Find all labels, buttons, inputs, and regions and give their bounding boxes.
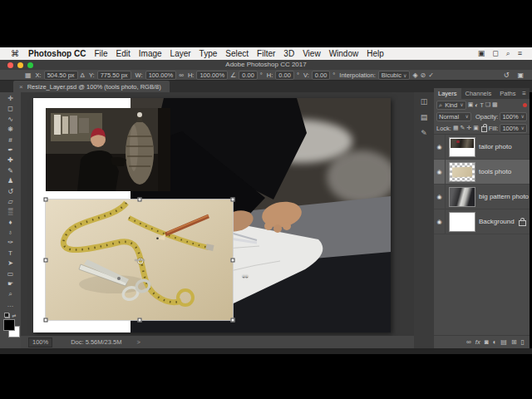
menu-file[interactable]: File: [94, 49, 107, 58]
apple-menu-icon[interactable]: ⌘: [11, 49, 19, 58]
y-position-field[interactable]: 775.50 px: [97, 71, 131, 80]
filter-type-layers-icon[interactable]: T: [480, 102, 483, 108]
transform-bounding-box[interactable]: [45, 199, 234, 321]
opacity-dropdown[interactable]: 100% ∨: [500, 112, 527, 121]
gradient-tool[interactable]: ▒: [0, 207, 21, 217]
path-selection-tool[interactable]: ➤: [0, 259, 21, 268]
panel-menu-icon[interactable]: ≡: [522, 90, 530, 97]
interpolation-dropdown[interactable]: Bicubic ∨: [378, 71, 411, 80]
visibility-eye-icon[interactable]: ◉: [434, 185, 446, 209]
lasso-tool[interactable]: ∿: [0, 115, 21, 125]
layer-row-tools-photo[interactable]: ◉ tools photo: [434, 160, 530, 185]
menu-help[interactable]: Help: [367, 49, 384, 58]
filter-smart-objects-icon[interactable]: ▩: [492, 101, 498, 108]
brush-tool[interactable]: ✎: [0, 166, 21, 176]
transform-handle-top-right[interactable]: [231, 198, 235, 202]
workspace-icon[interactable]: ▣: [517, 71, 524, 79]
menu-type[interactable]: Type: [200, 49, 218, 58]
menu-window[interactable]: Window: [329, 49, 359, 58]
status-options-chevron[interactable]: >: [136, 338, 140, 346]
link-dimensions-icon[interactable]: ∞: [179, 71, 184, 79]
reference-point-icon[interactable]: ▦: [25, 71, 32, 79]
document-tab[interactable]: × Resize_Layer.psd @ 100% (tools photo, …: [13, 81, 170, 92]
close-tab-icon[interactable]: ×: [19, 83, 23, 91]
menu-select[interactable]: Select: [225, 49, 249, 58]
document-size-info[interactable]: Doc: 5.56M/23.5M: [71, 338, 121, 346]
transform-handle-bottom-right[interactable]: [231, 318, 235, 323]
minimize-window-button[interactable]: [17, 62, 23, 68]
link-layers-icon[interactable]: ∞: [466, 338, 471, 346]
layer-row-tailor-photo[interactable]: ◉ tailor photo: [434, 135, 530, 160]
menu-layer[interactable]: Layer: [170, 49, 191, 58]
transform-handle-bottom-center[interactable]: [137, 318, 141, 323]
foreground-color-swatch[interactable]: [3, 319, 15, 331]
menu-3d[interactable]: 3D: [283, 49, 294, 58]
document-canvas[interactable]: ↔: [33, 98, 391, 332]
lock-all-icon[interactable]: [481, 126, 487, 132]
vskew-field[interactable]: 0.00: [312, 71, 331, 80]
lock-pixels-icon[interactable]: ✎: [461, 125, 466, 131]
edit-toolbar-button[interactable]: …: [0, 300, 21, 310]
menu-image[interactable]: Image: [139, 49, 162, 58]
transform-handle-middle-left[interactable]: [44, 258, 48, 262]
quick-selection-tool[interactable]: ❋: [0, 125, 21, 135]
tab-paths[interactable]: Paths: [495, 88, 520, 99]
add-layer-mask-icon[interactable]: ◙: [485, 338, 489, 346]
commit-transform-icon[interactable]: ✓: [428, 71, 434, 79]
transform-reference-point[interactable]: [135, 255, 144, 264]
default-colors-icon[interactable]: [4, 313, 10, 318]
delete-layer-icon[interactable]: ▯: [521, 338, 525, 346]
blend-mode-dropdown[interactable]: Normal ∨: [436, 112, 471, 121]
layer-thumbnail[interactable]: [449, 212, 475, 232]
hand-tool[interactable]: ☛: [0, 279, 21, 289]
filter-shape-layers-icon[interactable]: ❏: [485, 101, 490, 108]
filter-adjustment-layers-icon[interactable]: ◐: [475, 102, 478, 108]
layer-row-big-pattern-photo[interactable]: ◉ big pattern photo: [434, 185, 530, 209]
transform-handle-top-left[interactable]: [44, 198, 48, 202]
type-tool[interactable]: T: [0, 249, 21, 259]
lock-transparency-icon[interactable]: ▦: [453, 125, 459, 131]
lock-position-icon[interactable]: ✛: [466, 125, 471, 131]
menu-edit[interactable]: Edit: [116, 49, 131, 58]
new-layer-icon[interactable]: ⊞: [511, 338, 517, 346]
canvas-area[interactable]: ↔: [21, 92, 414, 336]
blur-tool[interactable]: ♦: [0, 218, 21, 228]
menu-filter[interactable]: Filter: [257, 49, 275, 58]
rectangle-tool[interactable]: ▭: [0, 269, 21, 279]
hskew-field[interactable]: 0.00: [275, 71, 294, 80]
transform-handle-top-center[interactable]: [137, 198, 141, 202]
layer-thumbnail[interactable]: [449, 187, 475, 207]
visibility-eye-icon[interactable]: ◉: [434, 135, 446, 159]
eraser-tool[interactable]: ▱: [0, 197, 21, 207]
eyedropper-tool[interactable]: ✒: [0, 145, 21, 155]
layer-thumbnail[interactable]: [449, 162, 475, 182]
filter-toggle-icon[interactable]: [523, 103, 527, 107]
x-position-field[interactable]: 504.50 px: [44, 71, 78, 80]
rotation-field[interactable]: 0.00: [239, 71, 258, 80]
lock-artboard-icon[interactable]: ▣: [473, 125, 479, 131]
fill-dropdown[interactable]: 100% ∨: [500, 124, 527, 133]
zoom-tool[interactable]: ⌕: [0, 289, 21, 299]
tailor-photo-image[interactable]: [46, 108, 170, 191]
screen-mirror-icon[interactable]: ▣: [478, 49, 485, 58]
width-field[interactable]: 100.00%: [145, 71, 177, 80]
delta-icon[interactable]: Δ: [81, 71, 85, 79]
crop-tool[interactable]: #: [0, 135, 21, 145]
swap-colors-icon[interactable]: ⇄: [12, 313, 16, 318]
collapsed-panel-properties-icon[interactable]: ▤: [421, 113, 428, 121]
history-icon[interactable]: ↺: [504, 71, 510, 79]
history-brush-tool[interactable]: ↺: [0, 187, 21, 197]
app-menu[interactable]: Photoshop CC: [28, 49, 86, 58]
height-field[interactable]: 100.00%: [196, 71, 228, 80]
zoom-level-field[interactable]: 100%: [28, 337, 52, 347]
dodge-tool[interactable]: ♁: [0, 228, 21, 238]
healing-brush-tool[interactable]: ✚: [0, 155, 21, 165]
collapsed-panel-libraries-icon[interactable]: ✎: [421, 129, 427, 137]
visibility-eye-icon[interactable]: ◉: [434, 209, 446, 234]
display-icon[interactable]: ◻: [492, 49, 498, 58]
tab-layers[interactable]: Layers: [434, 88, 461, 99]
clone-stamp-tool[interactable]: ♟: [0, 176, 21, 186]
close-window-button[interactable]: [7, 62, 13, 68]
layer-row-background[interactable]: ◉ Background: [434, 209, 530, 234]
menu-view[interactable]: View: [303, 49, 321, 58]
